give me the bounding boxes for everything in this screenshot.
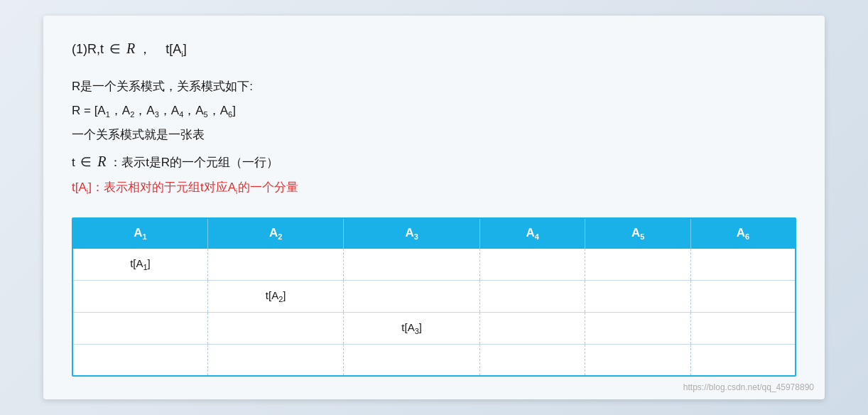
cell-r3-c3: t[A3] xyxy=(344,312,480,344)
tAi-text: t[Ai] xyxy=(166,42,186,56)
cell-r2-c4 xyxy=(479,280,585,312)
col-header-A2: A2 xyxy=(207,219,344,248)
description-block: R是一个关系模式，关系模式如下: R = [A1，A2，A3，A4，A5，A6]… xyxy=(72,75,796,200)
table-row: t[A1] xyxy=(73,249,795,281)
formula-line1: (1)R,t ∈ R ， t[Ai] xyxy=(72,37,796,60)
table-body: t[A1] t[A2] xyxy=(73,249,795,376)
watermark: https://blog.csdn.net/qq_45978890 xyxy=(683,382,814,392)
relation-table-wrapper: A1 A2 A3 A4 A5 A6 t[A1] xyxy=(72,217,796,377)
desc-line5: t[Ai]：表示相对的于元组t对应Ai的一个分量 xyxy=(72,176,796,200)
table-row: t[A3] xyxy=(73,312,795,344)
table-row xyxy=(73,344,795,375)
col-header-A5: A5 xyxy=(585,219,691,248)
comma-text: ， xyxy=(139,42,162,56)
main-container: (1)R,t ∈ R ， t[Ai] R是一个关系模式，关系模式如下: R = … xyxy=(43,16,825,399)
cell-r2-c6 xyxy=(690,280,795,312)
cell-r1-c5 xyxy=(585,249,691,281)
cell-r1-c6 xyxy=(690,249,795,281)
relation-table: A1 A2 A3 A4 A5 A6 t[A1] xyxy=(73,219,795,375)
cell-r1-c2 xyxy=(207,249,344,281)
cell-r3-c4 xyxy=(479,312,585,344)
prefix-text: (1)R,t xyxy=(72,42,107,56)
col-header-A3: A3 xyxy=(344,219,480,248)
desc-line3: 一个关系模式就是一张表 xyxy=(72,123,796,147)
cell-r4-c3 xyxy=(344,344,480,375)
cell-r3-c1 xyxy=(73,312,207,344)
col-header-A1: A1 xyxy=(73,219,207,248)
table-header: A1 A2 A3 A4 A5 A6 xyxy=(73,219,795,248)
cell-r3-c5 xyxy=(585,312,691,344)
col-header-A4: A4 xyxy=(479,219,585,248)
cell-r2-c1 xyxy=(73,280,207,312)
cell-r4-c1 xyxy=(73,344,207,375)
red-text: t[Ai]：表示相对的于元组t对应Ai的一个分量 xyxy=(72,180,298,194)
cell-r1-c3 xyxy=(344,249,480,281)
cell-r2-c3 xyxy=(344,280,480,312)
cell-r1-c4 xyxy=(479,249,585,281)
R-symbol: R xyxy=(126,41,139,56)
col-header-A6: A6 xyxy=(690,219,795,248)
cell-r1-c1: t[A1] xyxy=(73,249,207,281)
cell-r4-c6 xyxy=(690,344,795,375)
cell-r3-c2 xyxy=(207,312,344,344)
cell-r4-c2 xyxy=(207,344,344,375)
cell-r4-c5 xyxy=(585,344,691,375)
desc-line4: t ∈ R ：表示t是R的一个元组（一行） xyxy=(72,147,796,176)
cell-r4-c4 xyxy=(479,344,585,375)
desc-line1: R是一个关系模式，关系模式如下: xyxy=(72,75,796,99)
cell-r2-c2: t[A2] xyxy=(207,280,344,312)
element-of-symbol: ∈ xyxy=(109,42,121,56)
desc-line2: R = [A1，A2，A3，A4，A5，A6] xyxy=(72,99,796,123)
table-row: t[A2] xyxy=(73,280,795,312)
cell-r2-c5 xyxy=(585,280,691,312)
cell-r3-c6 xyxy=(690,312,795,344)
